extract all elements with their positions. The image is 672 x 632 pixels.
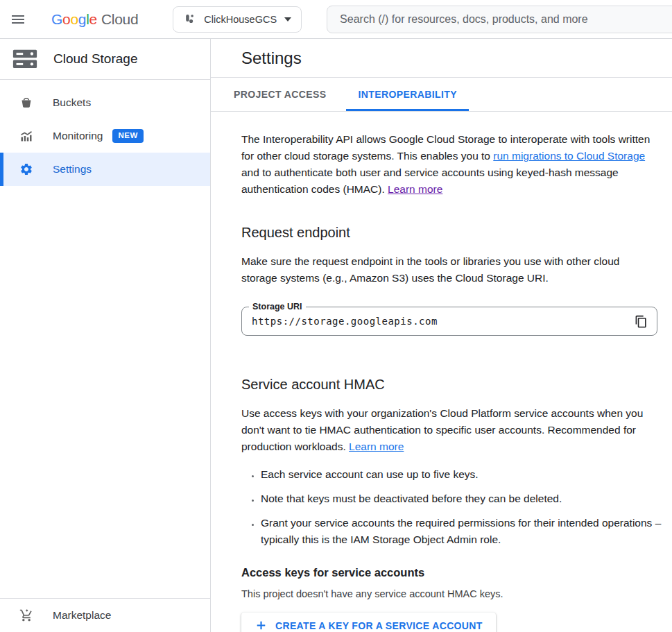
request-endpoint-body: Make sure the request endpoint in the to… xyxy=(241,253,657,287)
request-endpoint-section: Request endpoint Make sure the request e… xyxy=(241,223,660,336)
logo-letter: o xyxy=(62,11,70,28)
hamburger-menu-button[interactable] xyxy=(6,3,31,36)
sidebar-item-label: Buckets xyxy=(53,96,91,109)
page-header: Settings xyxy=(211,39,672,78)
main-content: Settings PROJECT ACCESS INTEROPERABILITY… xyxy=(211,39,672,632)
hmac-text: Use access keys with your organization's… xyxy=(241,407,643,452)
project-dots-icon xyxy=(183,12,196,26)
storage-uri-field: Storage URI xyxy=(241,307,657,336)
monitoring-icon xyxy=(19,129,33,143)
search-bar[interactable] xyxy=(327,6,672,33)
page-title: Settings xyxy=(241,49,302,68)
hmac-bullet-list: Each service account can use up to five … xyxy=(241,466,664,548)
sidebar-item-label: Marketplace xyxy=(53,609,111,622)
access-keys-empty-text: This project doesn't have any service ac… xyxy=(241,588,660,599)
sidebar-item-monitoring[interactable]: Monitoring NEW xyxy=(0,119,210,153)
chevron-down-icon xyxy=(284,17,291,22)
project-selector-button[interactable]: ClickHouseGCS xyxy=(173,6,302,33)
logo-letter: e xyxy=(89,11,97,28)
create-key-button-label: CREATE A KEY FOR A SERVICE ACCOUNT xyxy=(275,620,483,631)
list-item: Note that keys must be deactivated befor… xyxy=(261,490,664,507)
logo-letter: g xyxy=(78,11,86,28)
access-keys-section: Access keys for service accounts This pr… xyxy=(241,566,660,632)
content-copy-icon xyxy=(635,315,648,328)
cart-icon xyxy=(19,608,33,622)
plus-icon xyxy=(255,619,268,632)
sidebar-item-label: Settings xyxy=(53,163,92,176)
sidebar-item-marketplace[interactable]: Marketplace xyxy=(0,598,210,632)
tab-project-access[interactable]: PROJECT ACCESS xyxy=(222,78,338,111)
cloud-storage-icon xyxy=(12,49,38,69)
sidebar-header: Cloud Storage xyxy=(0,39,210,80)
sidebar-spacer xyxy=(0,186,210,598)
service-account-hmac-body: Use access keys with your organization's… xyxy=(241,405,657,455)
logo-letter: G xyxy=(51,11,62,28)
create-key-button[interactable]: CREATE A KEY FOR A SERVICE ACCOUNT xyxy=(241,613,496,632)
search-input[interactable] xyxy=(338,12,669,26)
list-item: Each service account can use up to five … xyxy=(261,466,664,483)
hamburger-icon xyxy=(10,11,26,28)
project-selector-label: ClickHouseGCS xyxy=(204,14,277,25)
list-item: Grant your service accounts the required… xyxy=(261,515,664,548)
logo-cloud-text: Cloud xyxy=(101,11,138,28)
tab-interoperability[interactable]: INTEROPERABILITY xyxy=(346,78,469,111)
sidebar-item-settings[interactable]: Settings xyxy=(0,153,210,186)
bucket-icon xyxy=(19,96,33,110)
copy-button[interactable] xyxy=(629,309,653,333)
learn-more-link-intro[interactable]: Learn more xyxy=(388,183,442,195)
service-account-hmac-heading: Service account HMAC xyxy=(241,375,660,394)
intro-paragraph: The Interoperability API allows Google C… xyxy=(241,131,657,198)
gear-icon xyxy=(19,162,33,176)
service-account-hmac-section: Service account HMAC Use access keys wit… xyxy=(241,375,660,548)
new-badge: NEW xyxy=(112,129,144,143)
top-bar: Google Cloud ClickHouseGCS xyxy=(0,0,672,39)
request-endpoint-heading: Request endpoint xyxy=(241,223,660,242)
sidebar-item-label: Monitoring xyxy=(53,130,103,142)
access-keys-heading: Access keys for service accounts xyxy=(241,566,660,579)
sidebar-nav: Buckets Monitoring NEW xyxy=(0,80,210,186)
learn-more-link-hmac[interactable]: Learn more xyxy=(349,441,404,452)
run-migrations-link[interactable]: run migrations to Cloud Storage xyxy=(493,150,645,162)
tab-bar: PROJECT ACCESS INTEROPERABILITY xyxy=(211,78,672,112)
sidebar-title: Cloud Storage xyxy=(53,51,137,67)
tab-panel-interoperability: The Interoperability API allows Google C… xyxy=(211,112,660,632)
sidebar-item-buckets[interactable]: Buckets xyxy=(0,86,210,119)
google-cloud-logo[interactable]: Google Cloud xyxy=(51,11,138,28)
logo-letter: o xyxy=(70,11,78,28)
sidebar: Cloud Storage Buckets xyxy=(0,39,211,632)
storage-uri-input[interactable] xyxy=(242,316,629,327)
storage-uri-label: Storage URI xyxy=(249,302,306,311)
app-shell: Cloud Storage Buckets xyxy=(0,39,672,632)
